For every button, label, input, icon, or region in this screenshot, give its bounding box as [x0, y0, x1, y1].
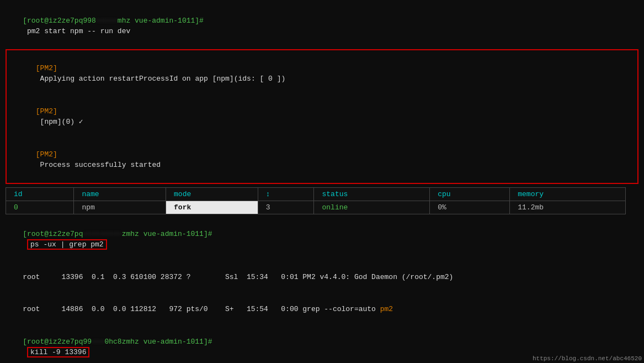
cmd-highlight-ps1: ps -ux | grep pm2	[27, 239, 107, 250]
th-cpu-1: cpu	[430, 188, 510, 201]
ps-output-2: root 14886 0.0 0.0 112812 972 pts/0 S+ 1…	[6, 293, 638, 326]
pm2-line-3: [PM2] Process successfully started	[10, 138, 634, 181]
td-name-1: npm	[74, 201, 166, 214]
cmd-highlight-kill1: kill -9 13396	[27, 347, 89, 357]
cmd-line-1: [root@iz2ze7pq998·····mhz vue-admin-1011…	[6, 4, 638, 48]
td-id-1: 0	[6, 201, 74, 214]
td-memory-1: 11.2mb	[510, 201, 626, 214]
th-updown-1: ↕	[258, 188, 314, 201]
ps-output-1: root 13396 0.1 0.3 610100 28372 ? Ssl 15…	[6, 261, 638, 293]
pm2-output-box-1: [PM2] Applying action restartProcessId o…	[6, 49, 638, 184]
table-row-1: 0 npm fork 3 online 0% 11.2mb	[6, 201, 626, 214]
pm2-table-1: id name mode ↕ status cpu memory 0 npm f…	[6, 187, 626, 214]
prompt-1: [root@iz2ze7pq998·····mhz vue-admin-1011…	[23, 17, 204, 25]
watermark: https://blog.csdn.net/abc46520	[533, 355, 642, 362]
td-mode-1: fork	[166, 201, 258, 214]
th-mode-1: mode	[166, 188, 258, 201]
td-updown-1: 3	[258, 201, 314, 214]
cmd-text-1: pm2 start npm -- run dev	[23, 27, 130, 35]
th-id-1: id	[6, 188, 74, 201]
th-memory-1: memory	[510, 188, 626, 201]
cmd-line-2: [root@iz2ze7pq·········zmhz vue-admin-10…	[6, 218, 638, 261]
terminal: [root@iz2ze7pq998·····mhz vue-admin-1011…	[0, 0, 644, 363]
th-status-1: status	[314, 188, 430, 201]
pm2-line-2: [PM2] [npm](0) ✓	[10, 95, 634, 138]
td-status-1: online	[314, 201, 430, 214]
pm2-line-1: [PM2] Applying action restartProcessId o…	[10, 52, 634, 95]
td-cpu-1: 0%	[430, 201, 510, 214]
th-name-1: name	[74, 188, 166, 201]
